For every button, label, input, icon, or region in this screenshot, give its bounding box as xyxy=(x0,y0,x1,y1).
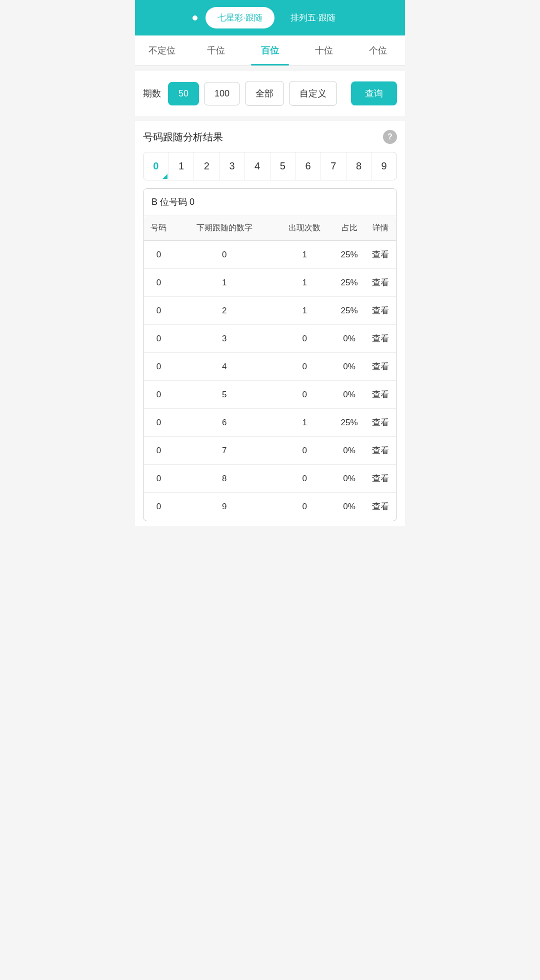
table-row: 0 1 1 25% 查看 xyxy=(144,269,396,297)
tab-paliewu[interactable]: 排列五·跟随 xyxy=(278,7,348,28)
query-button[interactable]: 查询 xyxy=(351,81,397,105)
period-btn-50[interactable]: 50 xyxy=(168,82,199,105)
cell-count: 0 xyxy=(276,465,334,493)
cell-haoma: 0 xyxy=(144,465,174,493)
table-row: 0 5 0 0% 查看 xyxy=(144,381,396,409)
period-btn-custom[interactable]: 自定义 xyxy=(289,81,337,106)
cell-count: 1 xyxy=(276,269,334,297)
cell-ratio: 0% xyxy=(334,381,365,409)
header: 七星彩·跟随 排列五·跟随 xyxy=(135,0,405,35)
tab-gewei[interactable]: 个位 xyxy=(351,35,405,65)
cell-nextnum: 1 xyxy=(174,269,276,297)
number-selector: 0 1 2 3 4 5 6 7 8 9 xyxy=(143,152,397,180)
position-tabs: 不定位 千位 百位 十位 个位 xyxy=(135,35,405,66)
cell-detail[interactable]: 查看 xyxy=(365,493,396,521)
number-cell-3[interactable]: 3 xyxy=(220,152,245,180)
cell-nextnum: 8 xyxy=(174,465,276,493)
cell-count: 0 xyxy=(276,325,334,353)
cell-detail[interactable]: 查看 xyxy=(365,353,396,381)
cell-detail[interactable]: 查看 xyxy=(365,409,396,437)
cell-haoma: 0 xyxy=(144,241,174,269)
tab-qixingcai[interactable]: 七星彩·跟随 xyxy=(206,7,274,28)
cell-ratio: 0% xyxy=(334,325,365,353)
col-detail: 详情 xyxy=(365,216,396,241)
cell-nextnum: 9 xyxy=(174,493,276,521)
table-row: 0 0 1 25% 查看 xyxy=(144,241,396,269)
cell-detail[interactable]: 查看 xyxy=(365,437,396,465)
cell-haoma: 0 xyxy=(144,409,174,437)
result-section: 号码跟随分析结果 ? 0 1 2 3 4 5 6 7 8 9 B 位号码 0 号… xyxy=(135,121,405,526)
cell-nextnum: 5 xyxy=(174,381,276,409)
cell-ratio: 0% xyxy=(334,493,365,521)
number-cell-6[interactable]: 6 xyxy=(296,152,321,180)
col-count: 出现次数 xyxy=(276,216,334,241)
cell-count: 0 xyxy=(276,381,334,409)
cell-haoma: 0 xyxy=(144,325,174,353)
header-dot xyxy=(192,15,198,20)
period-btn-100[interactable]: 100 xyxy=(204,82,240,105)
help-icon[interactable]: ? xyxy=(383,130,397,144)
table-row: 0 3 0 0% 查看 xyxy=(144,325,396,353)
data-table: 号码 下期跟随的数字 出现次数 占比 详情 0 0 1 25% 查看 0 1 1… xyxy=(144,215,396,521)
col-haoma: 号码 xyxy=(144,216,174,241)
data-table-wrapper: B 位号码 0 号码 下期跟随的数字 出现次数 占比 详情 0 0 1 25% … xyxy=(143,188,397,521)
tab-budinwei[interactable]: 不定位 xyxy=(135,35,189,65)
number-cell-9[interactable]: 9 xyxy=(372,152,396,180)
cell-ratio: 25% xyxy=(334,269,365,297)
col-ratio: 占比 xyxy=(334,216,365,241)
period-label: 期数 xyxy=(143,87,161,99)
number-cell-7[interactable]: 7 xyxy=(321,152,346,180)
cell-nextnum: 7 xyxy=(174,437,276,465)
cell-nextnum: 3 xyxy=(174,325,276,353)
cell-ratio: 0% xyxy=(334,437,365,465)
cell-haoma: 0 xyxy=(144,493,174,521)
table-row: 0 8 0 0% 查看 xyxy=(144,465,396,493)
cell-haoma: 0 xyxy=(144,269,174,297)
cell-haoma: 0 xyxy=(144,353,174,381)
cell-haoma: 0 xyxy=(144,381,174,409)
cell-nextnum: 0 xyxy=(174,241,276,269)
cell-detail[interactable]: 查看 xyxy=(365,325,396,353)
cell-count: 1 xyxy=(276,297,334,325)
cell-detail[interactable]: 查看 xyxy=(365,269,396,297)
number-cell-8[interactable]: 8 xyxy=(346,152,372,180)
cell-detail[interactable]: 查看 xyxy=(365,381,396,409)
table-row: 0 7 0 0% 查看 xyxy=(144,437,396,465)
number-cell-0[interactable]: 0 xyxy=(144,152,169,180)
cell-detail[interactable]: 查看 xyxy=(365,297,396,325)
tab-shiwei[interactable]: 十位 xyxy=(297,35,351,65)
table-section-header: B 位号码 0 xyxy=(144,189,396,215)
table-row: 0 9 0 0% 查看 xyxy=(144,493,396,521)
number-cell-5[interactable]: 5 xyxy=(270,152,296,180)
tab-qianwei[interactable]: 千位 xyxy=(189,35,243,65)
period-section: 期数 50 100 全部 自定义 查询 xyxy=(135,71,405,116)
table-header-row: 号码 下期跟随的数字 出现次数 占比 详情 xyxy=(144,216,396,241)
cell-count: 0 xyxy=(276,437,334,465)
table-row: 0 2 1 25% 查看 xyxy=(144,297,396,325)
cell-count: 0 xyxy=(276,493,334,521)
cell-nextnum: 2 xyxy=(174,297,276,325)
period-btn-all[interactable]: 全部 xyxy=(245,81,284,106)
result-title: 号码跟随分析结果 xyxy=(143,130,223,144)
cell-haoma: 0 xyxy=(144,437,174,465)
cell-detail[interactable]: 查看 xyxy=(365,465,396,493)
result-title-row: 号码跟随分析结果 ? xyxy=(143,130,397,144)
number-cell-4[interactable]: 4 xyxy=(245,152,270,180)
cell-ratio: 25% xyxy=(334,409,365,437)
cell-ratio: 25% xyxy=(334,241,365,269)
cell-nextnum: 6 xyxy=(174,409,276,437)
cell-nextnum: 4 xyxy=(174,353,276,381)
cell-ratio: 0% xyxy=(334,465,365,493)
cell-haoma: 0 xyxy=(144,297,174,325)
cell-detail[interactable]: 查看 xyxy=(365,241,396,269)
table-row: 0 6 1 25% 查看 xyxy=(144,409,396,437)
number-cell-2[interactable]: 2 xyxy=(194,152,220,180)
col-nextnum: 下期跟随的数字 xyxy=(174,216,276,241)
table-row: 0 4 0 0% 查看 xyxy=(144,353,396,381)
cell-count: 0 xyxy=(276,353,334,381)
cell-ratio: 0% xyxy=(334,353,365,381)
cell-count: 1 xyxy=(276,241,334,269)
number-cell-1[interactable]: 1 xyxy=(169,152,194,180)
tab-baiwei[interactable]: 百位 xyxy=(243,35,297,65)
cell-ratio: 25% xyxy=(334,297,365,325)
